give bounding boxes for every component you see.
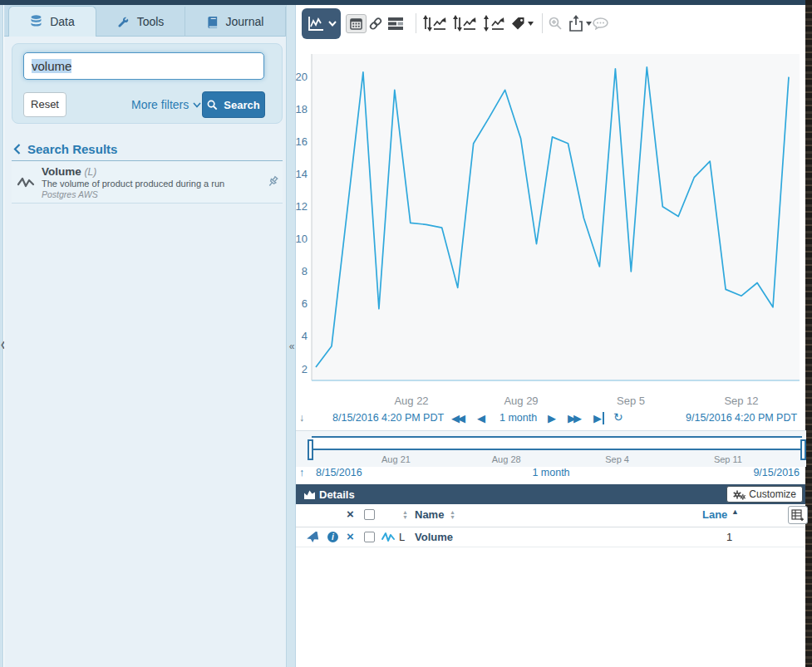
scrubber-tick-labels: Aug 21Aug 28Sep 4Sep 11 (296, 454, 806, 466)
zoom-in-icon (549, 17, 563, 31)
tab-data-label: Data (50, 15, 75, 28)
investigate-duration[interactable]: 1 month (296, 467, 806, 478)
add-column-button[interactable] (788, 506, 808, 524)
scrubber-tick-label: Aug 28 (492, 454, 521, 464)
time-scrubber[interactable]: Aug 21Aug 28Sep 4Sep 11 (296, 430, 806, 467)
select-all-checkbox[interactable] (364, 509, 375, 520)
tab-data[interactable]: Data (8, 6, 96, 37)
export-button[interactable] (568, 15, 593, 32)
remove-item-icon[interactable]: × (347, 531, 354, 542)
search-results-label: Search Results (27, 142, 117, 156)
link-icon[interactable] (368, 17, 383, 31)
svg-text:20: 20 (296, 71, 308, 83)
sort-icon[interactable]: ▲▼ (402, 510, 408, 520)
customize-label: Customize (749, 488, 796, 500)
row-lane: 1 (726, 531, 732, 543)
pin-icon[interactable] (266, 174, 280, 189)
scrubber-tick-label: Aug 21 (381, 454, 411, 464)
range-end[interactable]: 9/15/2016 4:20 PM PDT (686, 412, 797, 424)
details-table-header: × ▲▼ Name ▲▼ Lane ▲ (296, 505, 805, 527)
one-axis-icon[interactable] (453, 15, 477, 32)
navigate-icon[interactable] (307, 532, 319, 543)
svg-text:10: 10 (296, 233, 308, 245)
details-header-bar: Details Customize (296, 484, 805, 504)
step-forward-much-icon[interactable]: ▶▶ (568, 412, 579, 424)
scrubber-range-bar[interactable] (312, 436, 802, 450)
refresh-icon[interactable]: ↻ (613, 410, 623, 424)
left-collapse-rail[interactable] (0, 5, 3, 667)
calendar-toggle-button[interactable] (346, 14, 367, 33)
row-name[interactable]: Volume (415, 531, 453, 543)
step-back-much-icon[interactable]: ◀◀ (451, 412, 463, 424)
info-icon[interactable]: i (327, 532, 338, 542)
auto-scale-icon[interactable] (483, 15, 505, 32)
labels-tag-button[interactable] (511, 17, 534, 31)
details-title: Details (319, 488, 355, 501)
tab-journal-label: Journal (226, 15, 264, 28)
result-description: The volume of product produced during a … (42, 179, 224, 189)
search-button-label: Search (224, 99, 259, 111)
panel-resize-divider[interactable]: « (286, 5, 296, 667)
row-checkbox[interactable] (364, 532, 375, 542)
result-source: Postgres AWS (42, 189, 98, 199)
display-range-row: ↓ 8/15/2016 4:20 PM PDT ◀◀ ◀ 1 month ▶ ▶… (296, 410, 806, 429)
more-filters-label: More filters (131, 98, 189, 111)
link-start-arrow-icon[interactable]: ↓ (299, 412, 304, 424)
step-to-now-icon[interactable]: ▶ (593, 412, 604, 424)
column-lane-label[interactable]: Lane (702, 508, 727, 521)
panel-tabbar: Data Tools Journal (4, 5, 286, 37)
svg-text:4: 4 (302, 330, 308, 342)
search-input-value: volume (32, 59, 71, 73)
svg-text:Aug 22: Aug 22 (394, 395, 428, 407)
result-item-volume[interactable]: Volume (L) The volume of product produce… (12, 161, 283, 204)
x-axis-labels: Aug 22Aug 29Sep 5Sep 12 (394, 395, 758, 407)
column-name-label[interactable]: Name (415, 508, 444, 521)
book-icon (207, 16, 219, 28)
wrench-icon (117, 16, 130, 28)
desktop-edge-strip (805, 0, 812, 667)
trend-chart[interactable]: 2468101214161820 Aug 22Aug 29Sep 5Sep 12 (296, 48, 806, 407)
svg-text:6: 6 (302, 297, 308, 310)
remove-all-icon[interactable]: × (347, 508, 354, 519)
range-start[interactable]: 8/15/2016 4:20 PM PDT (332, 412, 444, 424)
result-title: Volume (L) (42, 165, 96, 178)
svg-text:18: 18 (296, 103, 308, 115)
sort-icon[interactable]: ▲▼ (450, 510, 455, 520)
search-results-header[interactable]: Search Results (13, 142, 117, 156)
result-unit: (L) (85, 166, 97, 178)
view-selector-button[interactable] (302, 8, 341, 39)
svg-text:Sep 5: Sep 5 (617, 395, 645, 407)
svg-text:2: 2 (302, 363, 308, 375)
one-lane-icon[interactable] (423, 15, 447, 32)
scrubber-tick-label: Sep 4 (605, 454, 629, 464)
svg-text:12: 12 (296, 200, 308, 213)
more-filters-link[interactable]: More filters (131, 98, 201, 111)
svg-text:8: 8 (302, 265, 308, 277)
signal-icon (381, 531, 396, 543)
investigate-end[interactable]: 9/15/2016 (753, 467, 800, 478)
search-button[interactable]: Search (202, 91, 265, 118)
comment-icon (593, 17, 608, 30)
calendar-icon (350, 17, 362, 30)
search-icon (207, 100, 218, 110)
y-axis-labels: 2468101214161820 (296, 71, 308, 375)
signal-icon (17, 174, 35, 190)
reset-button[interactable]: Reset (23, 92, 66, 117)
search-input[interactable]: volume (23, 52, 264, 80)
tab-journal[interactable]: Journal (185, 7, 286, 37)
scrubber-tick-label: Sep 11 (714, 454, 742, 464)
investigate-range-row: ↑ 8/15/2016 1 month 9/15/2016 (296, 467, 806, 482)
row-letter: L (399, 531, 405, 543)
chevron-down-icon (328, 21, 337, 27)
area-chart-icon (303, 488, 316, 500)
details-row-volume[interactable]: i × L Volume 1 (296, 527, 805, 547)
customize-button[interactable]: Customize (726, 486, 803, 503)
range-duration[interactable]: 1 month (500, 412, 537, 424)
chevron-left-icon (13, 144, 21, 154)
lanes-icon[interactable] (387, 16, 404, 31)
trend-view-icon (307, 15, 325, 32)
tab-tools[interactable]: Tools (96, 7, 185, 37)
svg-text:Aug 29: Aug 29 (504, 395, 538, 407)
step-back-icon[interactable]: ◀ (477, 412, 483, 424)
step-forward-icon[interactable]: ▶ (548, 412, 554, 424)
